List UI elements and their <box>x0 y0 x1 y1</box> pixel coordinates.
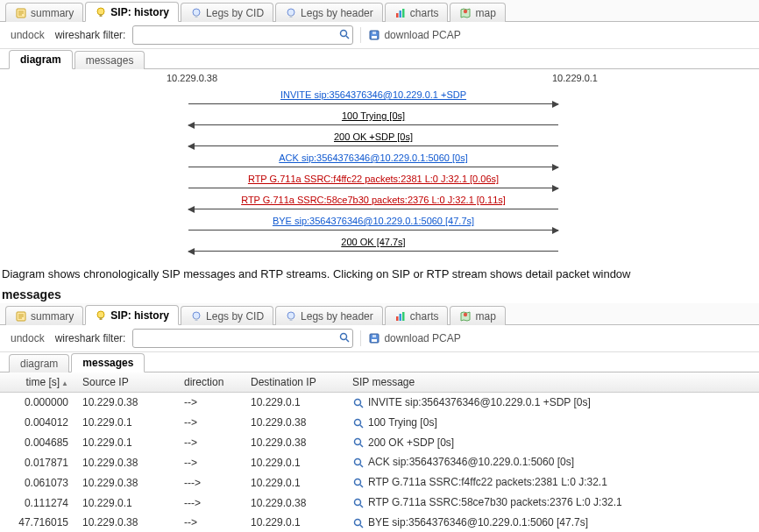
endpoint-right: 10.229.0.1 <box>552 73 598 83</box>
sequence-diagram: 10.229.0.38 10.229.0.1 INVITE sip:356437… <box>0 69 759 262</box>
tab-label: Legs by header <box>301 7 373 19</box>
table-row[interactable]: 0.01787110.229.0.38-->10.229.0.1ACK sip:… <box>0 452 759 472</box>
table-row[interactable]: 47.71601510.229.0.38-->10.229.0.1BYE sip… <box>0 513 759 532</box>
magnify-icon[interactable] <box>352 457 365 469</box>
magnify-icon[interactable] <box>352 517 365 529</box>
seq-message[interactable]: BYE sip:3564376346@10.229.0.1:5060 [47.7… <box>0 215 759 234</box>
bulb-on-icon <box>95 6 107 18</box>
seq-message[interactable]: RTP G.711a SSRC:f4ffc22 packets:2381 L:0… <box>0 173 759 192</box>
cell-sip-message: 100 Trying [0s] <box>345 413 759 433</box>
search-icon[interactable] <box>337 331 352 346</box>
magnify-icon[interactable] <box>352 436 365 449</box>
tab-sip-history[interactable]: SIP: history <box>85 305 179 325</box>
tab-label: summary <box>31 7 74 19</box>
search-icon[interactable] <box>337 28 352 43</box>
undock-button[interactable]: undock <box>7 331 48 345</box>
tab-map[interactable]: map <box>450 306 505 325</box>
cell-source-ip: 10.229.0.1 <box>75 433 177 453</box>
subtabs-1: diagram messages <box>0 49 759 69</box>
wireshark-filter-field[interactable] <box>132 329 353 348</box>
charts-icon <box>394 310 407 323</box>
seq-message[interactable]: 200 OK +SDP [0s] <box>0 131 759 150</box>
col-source-ip[interactable]: Source IP <box>75 372 177 393</box>
disk-icon <box>368 332 380 344</box>
cell-sip-message: 200 OK +SDP [0s] <box>345 433 759 453</box>
tab-summary[interactable]: summary <box>5 306 83 325</box>
cell-source-ip: 10.229.0.1 <box>75 493 177 513</box>
tab-label: summary <box>31 310 74 323</box>
tab-charts[interactable]: charts <box>385 306 449 325</box>
map-icon <box>459 7 472 19</box>
tab-map[interactable]: map <box>450 3 505 22</box>
cell-source-ip: 10.229.0.38 <box>75 472 177 493</box>
col-direction[interactable]: direction <box>177 372 244 393</box>
seq-message[interactable]: 100 Trying [0s] <box>0 110 759 129</box>
cell-source-ip: 10.229.0.1 <box>75 413 177 433</box>
cell-time: 47.716015 <box>0 513 75 532</box>
wireshark-filter-input[interactable] <box>133 330 337 346</box>
subtabs-2: diagram messages <box>0 352 759 372</box>
summary-icon <box>15 310 27 323</box>
table-row[interactable]: 0.00000010.229.0.38-->10.229.0.1INVITE s… <box>0 393 759 413</box>
table-row[interactable]: 0.00468510.229.0.1-->10.229.0.38200 OK +… <box>0 433 759 453</box>
seq-message-label: BYE sip:3564376346@10.229.0.1:5060 [47.7… <box>188 216 558 226</box>
download-label: download PCAP <box>384 332 460 344</box>
magnify-icon[interactable] <box>352 417 365 429</box>
cell-source-ip: 10.229.0.38 <box>75 393 177 413</box>
arrow-right-icon <box>188 188 558 188</box>
tab-label: Legs by header <box>301 310 373 323</box>
tab-legs-cid[interactable]: Legs by CID <box>181 3 273 22</box>
tab-legs-header[interactable]: Legs by header <box>275 3 383 22</box>
cell-direction: ---> <box>177 493 244 513</box>
subtab-diagram[interactable]: diagram <box>9 354 69 372</box>
download-pcap-button[interactable]: download PCAP <box>368 332 460 344</box>
bulb-off-icon <box>285 7 297 19</box>
table-row[interactable]: 0.00401210.229.0.1-->10.229.0.38100 Tryi… <box>0 413 759 433</box>
undock-button[interactable]: undock <box>7 28 48 42</box>
tab-legs-header[interactable]: Legs by header <box>275 306 383 325</box>
magnify-icon[interactable] <box>352 477 365 489</box>
cell-sip-message: INVITE sip:3564376346@10.229.0.1 +SDP [0… <box>345 393 759 413</box>
col-sip-message[interactable]: SIP message <box>345 372 759 393</box>
cell-sip-message: RTP G.711a SSRC:58ce7b30 packets:2376 L:… <box>345 493 759 513</box>
cell-direction: --> <box>177 513 244 532</box>
top-tabstrip-2: summary SIP: history Legs by CID Legs by… <box>0 303 759 325</box>
download-pcap-button[interactable]: download PCAP <box>368 29 460 41</box>
col-time[interactable]: time [s]▲ <box>0 372 75 393</box>
arrow-left-icon <box>188 251 558 252</box>
magnify-icon[interactable] <box>352 497 365 509</box>
messages-heading: messages <box>0 282 759 303</box>
magnify-icon[interactable] <box>352 397 365 409</box>
seq-message[interactable]: 200 OK [47.7s] <box>0 236 759 255</box>
diagram-description: Diagram shows chronologically SIP messag… <box>0 262 759 282</box>
cell-time: 0.017871 <box>0 452 75 472</box>
cell-dest-ip: 10.229.0.1 <box>244 452 345 472</box>
table-row[interactable]: 0.06107310.229.0.38--->10.229.0.1RTP G.7… <box>0 472 759 493</box>
tab-summary[interactable]: summary <box>5 3 83 22</box>
download-label: download PCAP <box>384 29 460 41</box>
arrow-left-icon <box>188 124 558 125</box>
col-dest-ip[interactable]: Destination IP <box>244 372 345 393</box>
wireshark-filter-input[interactable] <box>133 27 337 43</box>
subtab-diagram[interactable]: diagram <box>9 50 73 69</box>
tab-legs-cid[interactable]: Legs by CID <box>181 306 273 325</box>
seq-message-label: RTP G.711a SSRC:58ce7b30 packets:2376 L:… <box>188 195 558 205</box>
top-tabstrip: summary SIP: history Legs by CID Legs by… <box>0 0 759 22</box>
cell-dest-ip: 10.229.0.1 <box>244 513 345 532</box>
subtab-messages[interactable]: messages <box>74 51 145 69</box>
tab-sip-history[interactable]: SIP: history <box>85 2 179 22</box>
map-icon <box>459 310 472 323</box>
table-row[interactable]: 0.11127410.229.0.1--->10.229.0.38RTP G.7… <box>0 493 759 513</box>
seq-message-label: RTP G.711a SSRC:f4ffc22 packets:2381 L:0… <box>188 174 558 184</box>
seq-message[interactable]: RTP G.711a SSRC:58ce7b30 packets:2376 L:… <box>0 194 759 213</box>
subtab-messages[interactable]: messages <box>71 353 145 372</box>
messages-table: time [s]▲ Source IP direction Destinatio… <box>0 372 759 532</box>
wireshark-filter-field[interactable] <box>132 25 353 45</box>
cell-dest-ip: 10.229.0.38 <box>244 493 345 513</box>
seq-message-label: 100 Trying [0s] <box>188 110 558 121</box>
sort-asc-icon: ▲ <box>61 379 68 387</box>
cell-direction: --> <box>177 393 244 413</box>
seq-message[interactable]: ACK sip:3564376346@10.229.0.1:5060 [0s] <box>0 152 759 171</box>
seq-message[interactable]: INVITE sip:3564376346@10.229.0.1 +SDP <box>0 89 759 108</box>
tab-charts[interactable]: charts <box>385 3 449 22</box>
